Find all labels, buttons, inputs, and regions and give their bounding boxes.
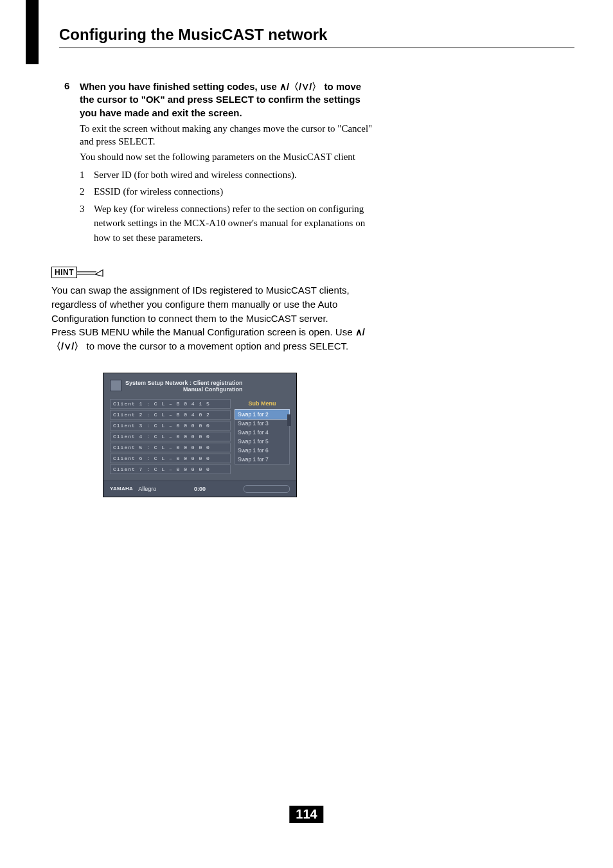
title-rule [59,48,574,48]
page-number-badge: 114 [289,806,323,823]
client-list: Client 1 : C L – B 0 4 1 5 Client 2 : C … [110,399,231,475]
hint-label: HINT [51,267,373,278]
submenu-title: Sub Menu [235,400,290,407]
step-sublist: 1Server ID (for both wired and wireless … [80,168,373,245]
list-item: 2ESSID (for wireless connections) [80,184,373,199]
client-row[interactable]: Client 1 : C L – B 0 4 1 5 [110,399,231,409]
hint-arrow-icon [77,267,107,278]
client-row[interactable]: Client 3 : C L – 0 0 0 0 0 [110,421,231,430]
hint-paragraph-1: You can swap the assignment of IDs regis… [51,283,373,325]
hint-paragraph-2: Press SUB MENU while the Manual Configur… [51,325,373,353]
client-row[interactable]: Client 4 : C L – 0 0 0 0 0 [110,432,231,441]
breadcrumb: System Setup Network : Client registrati… [110,380,290,393]
step-number: 6 [64,80,80,247]
client-row[interactable]: Client 2 : C L – B 0 4 0 2 [110,410,231,420]
manual-page: Configuring the MusicCAST network 6 When… [0,0,613,868]
submenu-scroll-indicator[interactable] [287,414,291,426]
client-row[interactable]: Client 5 : C L – 0 0 0 0 0 [110,443,231,452]
submenu-item[interactable]: Swap 1 for 7 [235,455,289,464]
screenshot-footer: YAMAHA Allegro 0:00 [103,481,296,497]
submenu-item[interactable]: Swap 1 for 4 [235,428,289,437]
arrow-glyphs: ∧/〈/∨/〉 [280,81,322,92]
side-tab [26,0,39,64]
footer-mode: Allegro [138,486,156,492]
step-bold-a: When you have finished setting codes, us… [80,81,280,92]
submenu-item[interactable]: Swap 1 for 2 [235,409,290,420]
submenu-item[interactable]: Swap 1 for 6 [235,446,289,455]
footer-progress [244,485,290,493]
breadcrumb-line-2: Manual Configuration [125,386,243,393]
hint-block: HINT You can swap the assignment of IDs … [51,267,373,497]
submenu-item[interactable]: Swap 1 for 3 [235,419,289,428]
hint-badge: HINT [51,267,77,278]
brand-logo: YAMAHA [110,486,133,492]
page-title: Configuring the MusicCAST network [59,26,574,44]
list-item: 3Wep key (for wireless connections) refe… [80,202,373,245]
client-row[interactable]: Client 7 : C L – 0 0 0 0 0 [110,465,231,474]
submenu: Sub Menu Swap 1 for 2 Swap 1 for 3 Swap … [235,399,290,475]
step-para-2: You should now set the following paramet… [80,150,373,163]
footer-time: 0:00 [194,486,206,492]
app-icon [110,380,121,391]
submenu-item[interactable]: Swap 1 for 5 [235,437,289,446]
embedded-screenshot: System Setup Network : Client registrati… [103,373,297,497]
step-para-1: To exit the screen without making any ch… [80,122,373,148]
client-row[interactable]: Client 6 : C L – 0 0 0 0 0 [110,454,231,463]
list-item: 1Server ID (for both wired and wireless … [80,168,373,182]
step-instruction: When you have finished setting codes, us… [80,80,373,120]
step-block: 6 When you have finished setting codes, … [64,80,373,247]
breadcrumb-line-1: System Setup Network : Client registrati… [125,380,243,386]
